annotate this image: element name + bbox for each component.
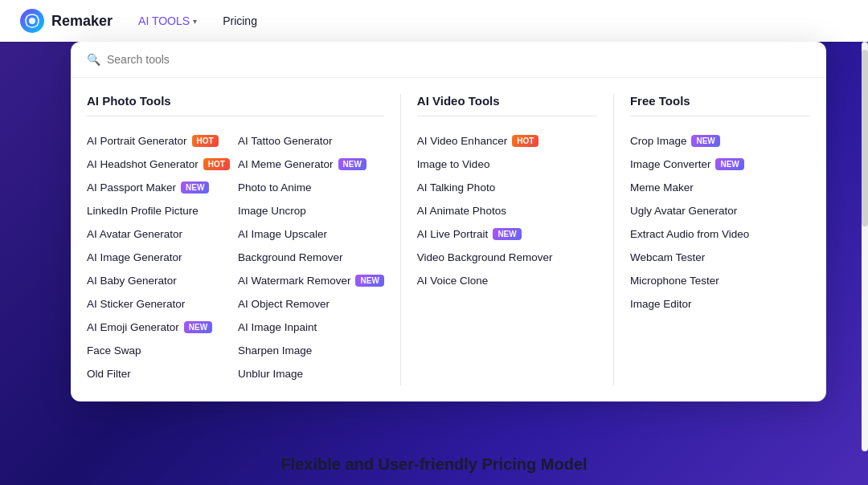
list-item[interactable]: LinkedIn Profile Picture (87, 199, 230, 222)
free-tools-grid: Crop Image NEW Image Converter NEW Meme … (630, 129, 810, 316)
list-item[interactable]: Image Uncrop (238, 199, 384, 222)
list-item[interactable]: Background Remover (238, 246, 384, 269)
new-badge: NEW (691, 135, 719, 147)
photo-left: AI Portrait Generator HOT AI Headshot Ge… (87, 129, 230, 385)
list-item[interactable]: Image Editor (630, 292, 810, 316)
logo-icon (19, 8, 45, 34)
columns-area: AI Photo Tools AI Portrait Generator HOT… (71, 78, 826, 401)
photo-right: AI Tattoo Generator AI Meme Generator NE… (238, 129, 384, 385)
list-item[interactable]: AI Passport Maker NEW (87, 176, 230, 199)
search-bar: 🔍 (71, 42, 826, 78)
list-item[interactable]: AI Image Generator (87, 246, 230, 269)
list-item[interactable]: AI Object Remover (238, 292, 384, 316)
list-item[interactable]: Image Converter NEW (630, 153, 810, 176)
new-badge: NEW (184, 321, 212, 333)
new-badge: NEW (493, 228, 521, 240)
list-item[interactable]: AI Baby Generator (87, 269, 230, 292)
chevron-down-icon: ▾ (193, 17, 197, 26)
list-item[interactable]: AI Headshot Generator HOT (87, 153, 230, 176)
list-item[interactable]: Sharpen Image (238, 339, 384, 362)
new-badge: NEW (181, 181, 209, 194)
photo-tools-grid: AI Portrait Generator HOT AI Headshot Ge… (87, 129, 384, 385)
list-item[interactable]: AI Live Portrait NEW (417, 222, 597, 246)
pricing-tagline: Flexible and User-friendly Pricing Model (0, 455, 868, 474)
logo-area[interactable]: Remaker (19, 8, 113, 34)
list-item[interactable]: Image to Video (417, 153, 597, 176)
list-item[interactable]: Extract Audio from Video (630, 222, 810, 246)
video-tools-grid: AI Video Enhancer HOT Image to Video AI … (417, 129, 597, 292)
new-badge: NEW (355, 275, 383, 287)
list-item[interactable]: AI Tattoo Generator (238, 129, 384, 153)
list-item[interactable]: AI Image Upscaler (238, 222, 384, 246)
list-item[interactable]: Old Filter (87, 362, 230, 385)
list-item[interactable]: AI Talking Photo (417, 176, 597, 199)
svg-point-1 (29, 18, 35, 24)
list-item[interactable]: Meme Maker (630, 176, 810, 199)
photo-tools-column: AI Photo Tools AI Portrait Generator HOT… (87, 94, 401, 385)
list-item[interactable]: Video Background Remover (417, 246, 597, 269)
list-item[interactable]: AI Emoji Generator NEW (87, 316, 230, 339)
list-item[interactable]: AI Portrait Generator HOT (87, 129, 230, 153)
scrollbar-thumb[interactable] (862, 50, 868, 226)
navbar: Remaker AI TOOLS ▾ Pricing (0, 0, 868, 42)
list-item[interactable]: AI Meme Generator NEW (238, 153, 384, 176)
hot-badge: HOT (512, 135, 538, 147)
logo-text: Remaker (51, 13, 113, 30)
search-input[interactable] (107, 53, 810, 66)
search-icon: 🔍 (87, 53, 100, 66)
list-item[interactable]: AI Video Enhancer HOT (417, 129, 597, 153)
video-tools-column: AI Video Tools AI Video Enhancer HOT Ima… (417, 94, 614, 385)
dropdown-panel: 🔍 AI Photo Tools AI Portrait Generator H… (71, 42, 826, 401)
new-badge: NEW (715, 158, 743, 170)
hot-badge: HOT (192, 135, 219, 147)
list-item[interactable]: Face Swap (87, 339, 230, 362)
free-tools-column: Free Tools Crop Image NEW Image Converte… (630, 94, 810, 385)
free-column-title: Free Tools (630, 94, 810, 116)
list-item[interactable]: AI Watermark Remover NEW (238, 269, 384, 292)
list-item[interactable]: Microphone Tester (630, 269, 810, 292)
list-item[interactable]: Ugly Avatar Generator (630, 199, 810, 222)
list-item[interactable]: AI Sticker Generator (87, 292, 230, 316)
list-item[interactable]: AI Image Inpaint (238, 316, 384, 339)
nav-ai-tools[interactable]: AI TOOLS ▾ (138, 14, 197, 27)
list-item[interactable]: Crop Image NEW (630, 129, 810, 153)
list-item[interactable]: Photo to Anime (238, 176, 384, 199)
list-item[interactable]: Webcam Tester (630, 246, 810, 269)
list-item[interactable]: AI Animate Photos (417, 199, 597, 222)
photo-column-title: AI Photo Tools (87, 94, 384, 116)
list-item[interactable]: AI Avatar Generator (87, 222, 230, 246)
hot-badge: HOT (203, 158, 230, 170)
video-column-title: AI Video Tools (417, 94, 597, 116)
nav-pricing[interactable]: Pricing (223, 14, 257, 27)
list-item[interactable]: Unblur Image (238, 362, 384, 385)
new-badge: NEW (338, 158, 366, 170)
list-item[interactable]: AI Voice Clone (417, 269, 597, 292)
scrollbar-track[interactable] (862, 42, 868, 451)
